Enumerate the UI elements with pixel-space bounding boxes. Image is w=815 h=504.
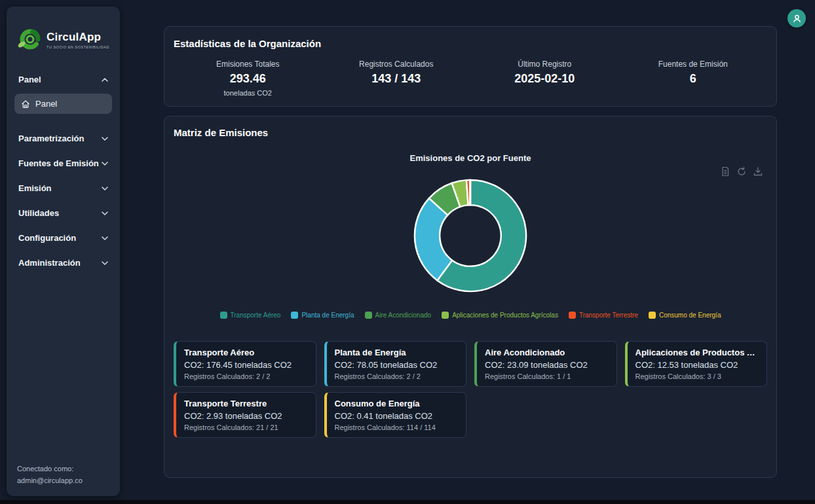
chevron-down-icon (102, 187, 108, 190)
app-name: CirculApp (47, 31, 109, 44)
chart-title: Emisiones de CO2 por Fuente (174, 153, 767, 163)
stat-label: Registros Calculados (322, 60, 471, 69)
restore-icon[interactable] (736, 166, 747, 177)
chevron-down-icon (102, 236, 108, 240)
sidebar-item-label: Utilidades (18, 208, 59, 218)
chevron-up-icon (102, 78, 108, 82)
legend-swatch-icon (365, 312, 372, 319)
sidebar-active-label: Panel (35, 99, 57, 109)
stats-card-title: Estadísticas de la Organización (174, 38, 767, 49)
legend-swatch-icon (649, 312, 656, 319)
sidebar-item-label: Emisión (18, 183, 52, 193)
legend-label: Transporte Aéreo (231, 312, 281, 319)
stat-label: Fuentes de Emisión (619, 60, 768, 69)
sidebar-item-label: Fuentes de Emisión (18, 158, 99, 168)
stat-sub-label (470, 89, 619, 97)
download-icon[interactable] (753, 166, 763, 177)
chart-toolbar (720, 166, 763, 177)
source-card-title: Aire Acondicionado (485, 348, 609, 357)
source-card-co2: CO2: 23.09 toneladas CO2 (485, 360, 609, 370)
stat-emisiones-totales: Emisiones Totales 293.46 toneladas CO2 (174, 60, 322, 97)
legend-swatch-icon (442, 312, 449, 319)
connected-as-label: Conectado como: (17, 463, 109, 475)
legend-item-transporte-aereo[interactable]: Transporte Aéreo (220, 312, 281, 319)
source-card-aire-acondicionado: Aire Acondicionado CO2: 23.09 toneladas … (474, 341, 617, 387)
sidebar-item-administracion[interactable]: Administración (14, 253, 112, 273)
donut-chart-svg (409, 174, 532, 297)
stat-sub-label: toneladas CO2 (174, 89, 322, 97)
window-bottom-edge (0, 500, 815, 504)
stat-value: 293.46 (174, 72, 322, 86)
source-card-registros: Registros Calculados: 21 / 21 (184, 423, 308, 431)
source-card-co2: CO2: 78.05 toneladas CO2 (335, 360, 459, 370)
stat-fuentes-de-emision: Fuentes de Emisión 6 (619, 60, 768, 97)
source-card-transporte-aereo: Transporte Aéreo CO2: 176.45 toneladas C… (174, 341, 316, 387)
circulapp-leaf-logo-icon (17, 27, 42, 52)
source-card-registros: Registros Calculados: 2 / 2 (184, 372, 308, 380)
chevron-down-icon (102, 211, 108, 215)
user-menu-button[interactable] (787, 9, 806, 27)
sidebar-item-label: Configuración (18, 233, 76, 243)
stat-sub-label (322, 89, 471, 97)
source-card-aplicaciones-productos-agricolas: Aplicaciones de Productos Agrícolas CO2:… (625, 341, 768, 387)
source-card-title: Aplicaciones de Productos Agrícolas (635, 348, 759, 357)
stat-value: 143 / 143 (322, 72, 471, 86)
legend-swatch-icon (291, 312, 298, 319)
source-cards-grid: Transporte Aéreo CO2: 176.45 toneladas C… (174, 341, 767, 438)
source-card-transporte-terrestre: Transporte Terrestre CO2: 2.93 toneladas… (174, 392, 316, 438)
source-card-title: Planta de Energía (335, 348, 459, 357)
sidebar-item-configuracion[interactable]: Configuración (14, 228, 112, 248)
connected-as-email: admin@circulapp.co (17, 475, 109, 487)
donut-chart[interactable] (174, 174, 767, 297)
data-view-icon[interactable] (720, 166, 730, 177)
source-card-co2: CO2: 176.45 toneladas CO2 (184, 360, 308, 370)
legend-label: Planta de Energía (301, 312, 354, 319)
source-card-title: Transporte Terrestre (184, 399, 308, 408)
source-card-co2: CO2: 2.93 toneladas CO2 (184, 411, 308, 421)
source-card-registros: Registros Calculados: 1 / 1 (485, 372, 609, 380)
sidebar-item-label: Parametrización (18, 134, 84, 143)
source-card-registros: Registros Calculados: 114 / 114 (335, 423, 459, 431)
legend-item-consumo-de-energia[interactable]: Consumo de Energía (649, 312, 721, 319)
source-card-registros: Registros Calculados: 2 / 2 (335, 372, 459, 380)
legend-item-transporte-terrestre[interactable]: Transporte Terrestre (569, 312, 638, 319)
chart-legend: Transporte Aéreo Planta de Energía Aire … (174, 312, 767, 319)
sidebar-item-utilidades[interactable]: Utilidades (14, 203, 112, 223)
user-icon (792, 14, 802, 24)
legend-label: Aire Acondicionado (375, 312, 432, 319)
sidebar-item-label: Administración (18, 258, 81, 268)
stat-value: 2025-02-10 (470, 72, 619, 86)
chevron-down-icon (102, 261, 108, 265)
source-card-consumo-de-energia: Consumo de Energía CO2: 0.41 toneladas C… (324, 392, 467, 438)
donut-segment[interactable] (470, 180, 470, 205)
legend-item-aire-acondicionado[interactable]: Aire Acondicionado (365, 312, 432, 319)
stat-label: Emisiones Totales (174, 60, 322, 69)
legend-label: Consumo de Energía (659, 312, 721, 319)
stats-card: Estadísticas de la Organización Emisione… (164, 26, 777, 107)
source-card-title: Consumo de Energía (335, 399, 459, 408)
app-logo: CirculApp TU SOCIO EN SOSTENIBILIDAD (14, 27, 112, 52)
stat-ultimo-registro: Último Registro 2025-02-10 (470, 60, 619, 97)
stat-registros-calculados: Registros Calculados 143 / 143 (322, 60, 471, 97)
sidebar: CirculApp TU SOCIO EN SOSTENIBILIDAD Pan… (7, 7, 120, 496)
chevron-down-icon (102, 162, 108, 166)
sidebar-item-panel-active[interactable]: Panel (14, 94, 112, 114)
source-card-planta-de-energia: Planta de Energía CO2: 78.05 toneladas C… (324, 341, 467, 387)
source-card-registros: Registros Calculados: 3 / 3 (635, 372, 759, 380)
legend-item-aplicaciones-productos-agricolas[interactable]: Aplicaciones de Productos Agrícolas (442, 312, 558, 319)
sidebar-section-panel[interactable]: Panel (14, 72, 112, 87)
source-card-co2: CO2: 0.41 toneladas CO2 (335, 411, 459, 421)
source-card-title: Transporte Aéreo (184, 348, 308, 357)
sidebar-item-emision[interactable]: Emisión (14, 178, 112, 198)
stats-row: Emisiones Totales 293.46 toneladas CO2 R… (174, 60, 767, 97)
source-card-co2: CO2: 12.53 toneladas CO2 (635, 360, 759, 370)
legend-item-planta-de-energia[interactable]: Planta de Energía (291, 312, 354, 319)
legend-label: Aplicaciones de Productos Agrícolas (452, 312, 558, 319)
legend-swatch-icon (569, 312, 576, 319)
stat-sub-label (619, 89, 768, 97)
sidebar-item-fuentes-de-emision[interactable]: Fuentes de Emisión (14, 153, 112, 173)
app-tagline: TU SOCIO EN SOSTENIBILIDAD (47, 45, 109, 49)
sidebar-item-parametrizacion[interactable]: Parametrización (14, 128, 112, 149)
stat-value: 6 (619, 72, 768, 86)
legend-label: Transporte Terrestre (579, 312, 638, 319)
